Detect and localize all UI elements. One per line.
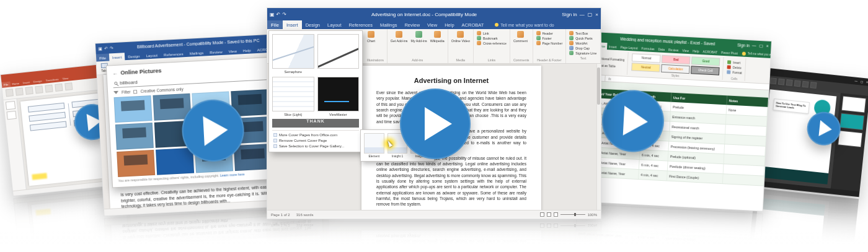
- web-layout-icon[interactable]: [554, 212, 558, 217]
- back-arrow-icon[interactable]: ←: [112, 70, 117, 76]
- ribbon-tab[interactable]: File: [267, 20, 283, 29]
- building-block-thumbnail[interactable]: Element: [364, 133, 384, 158]
- slide-thumbnail[interactable]: [838, 130, 862, 147]
- ribbon-tab[interactable]: Insert: [109, 53, 125, 61]
- scrollbar-thumb[interactable]: [597, 67, 600, 105]
- learn-more-link[interactable]: Learn more here: [220, 172, 245, 177]
- ribbon-tab[interactable]: View: [680, 46, 691, 54]
- ribbon-tab[interactable]: References: [345, 20, 376, 29]
- ribbon-button-icon[interactable]: [55, 84, 63, 92]
- ribbon-button-icon[interactable]: [35, 85, 43, 93]
- sign-in-button[interactable]: Sign in: [737, 43, 750, 48]
- redo-icon[interactable]: ↷: [282, 12, 286, 17]
- cell-style-chip[interactable]: Calculation: [661, 64, 690, 74]
- ribbon-tab[interactable]: Help: [691, 47, 701, 54]
- ribbon-tab[interactable]: Data: [656, 45, 666, 53]
- close-button[interactable]: ×: [595, 12, 598, 17]
- print-layout-icon[interactable]: [547, 212, 551, 217]
- ribbon-tab[interactable]: Insert: [283, 20, 302, 29]
- ribbon-button-icon[interactable]: [786, 79, 793, 86]
- ribbon-button-icon[interactable]: [45, 85, 53, 93]
- play-button[interactable]: [400, 89, 471, 159]
- ribbon-tab[interactable]: Insert: [607, 43, 619, 50]
- ribbon-tab[interactable]: View: [60, 75, 70, 82]
- ribbon-tab[interactable]: Review: [666, 46, 681, 53]
- creative-commons-checkbox[interactable]: [133, 90, 137, 93]
- ribbon-tab[interactable]: Layout: [324, 20, 345, 29]
- ribbon-button-icon[interactable]: [770, 77, 777, 84]
- ribbon-button[interactable]: Signature Line: [569, 51, 596, 55]
- ribbon-tab[interactable]: Review: [206, 48, 226, 56]
- ribbon-button[interactable]: Link: [477, 31, 489, 35]
- page-indicator[interactable]: Page 1 of 2: [271, 213, 290, 217]
- ribbon-button[interactable]: Text Box: [569, 31, 588, 35]
- save-icon[interactable]: ▣: [98, 46, 102, 51]
- ribbon-button-icon[interactable]: [6, 89, 14, 97]
- ribbon-tab[interactable]: View: [423, 20, 441, 29]
- ribbon-button[interactable]: Format: [727, 70, 742, 74]
- ribbon-tab[interactable]: References: [161, 50, 187, 58]
- ribbon-button[interactable]: Drop Cap: [569, 46, 590, 50]
- tell-me-box[interactable]: Tell me what you want to do: [742, 50, 771, 58]
- ribbon-tab[interactable]: File: [96, 54, 109, 62]
- ribbon-button[interactable]: WordArt: [569, 41, 587, 45]
- ribbon-button[interactable]: Comment: [513, 31, 528, 43]
- ribbon-button-icon[interactable]: [794, 80, 801, 87]
- ribbon-tab[interactable]: File: [2, 82, 11, 88]
- cell-style-chip[interactable]: Neutral: [631, 63, 660, 72]
- undo-icon[interactable]: ↶: [104, 46, 108, 51]
- minimize-button[interactable]: —: [752, 43, 756, 48]
- ribbon-tab[interactable]: Design: [302, 20, 324, 29]
- ribbon-tab[interactable]: View: [225, 46, 240, 54]
- ribbon-button[interactable]: Online Video: [451, 31, 470, 43]
- ribbon-tab[interactable]: Insert: [21, 79, 32, 86]
- ribbon-tab[interactable]: Page Layout: [618, 43, 640, 51]
- zoom-slider[interactable]: [560, 214, 585, 215]
- maximize-button[interactable]: ▢: [588, 12, 593, 17]
- ribbon-button[interactable]: Delete: [727, 65, 742, 69]
- slide-thumbnail[interactable]: [841, 96, 866, 113]
- slide-thumbnail[interactable]: [7, 111, 17, 119]
- minimize-button[interactable]: —: [854, 80, 857, 83]
- ribbon-tab[interactable]: Mailings: [186, 48, 206, 57]
- billboard-image-thumbnail[interactable]: [117, 150, 155, 177]
- maximize-button[interactable]: ▢: [759, 43, 763, 48]
- save-icon[interactable]: ▣: [270, 12, 275, 17]
- ribbon-tab[interactable]: ACROBAT: [458, 20, 488, 29]
- ribbon-button-icon[interactable]: [802, 81, 809, 88]
- ribbon-button-icon[interactable]: [778, 79, 785, 85]
- cell-style-chip[interactable]: Bad: [662, 55, 691, 64]
- ribbon-button[interactable]: Page Number: [536, 41, 563, 45]
- word-count[interactable]: 316 words: [296, 213, 314, 217]
- minimize-button[interactable]: —: [580, 12, 585, 17]
- cell-style-chip[interactable]: Check Cell: [691, 66, 720, 75]
- ribbon-button[interactable]: Insert: [727, 60, 742, 64]
- ribbon-tab[interactable]: ACROBAT: [701, 48, 719, 56]
- slide-thumbnail[interactable]: [6, 101, 16, 110]
- maximize-button[interactable]: ▢: [861, 80, 864, 84]
- billboard-image-thumbnail[interactable]: [114, 95, 153, 123]
- cell-style-chip[interactable]: Normal: [632, 53, 661, 63]
- zoom-level[interactable]: 100%: [588, 213, 597, 217]
- ribbon-button-icon[interactable]: [25, 87, 33, 95]
- cover-page-thumbnail[interactable]: Slice (Light): [272, 77, 314, 116]
- cover-page-thumbnail[interactable]: ViewMaster: [317, 77, 360, 116]
- vertical-scrollbar[interactable]: [596, 64, 601, 210]
- ribbon-button[interactable]: Wikipedia: [430, 31, 445, 43]
- ribbon-button[interactable]: Chart: [367, 31, 375, 43]
- read-mode-icon[interactable]: [540, 212, 544, 217]
- ribbon-tab[interactable]: Power Pivot: [719, 49, 740, 57]
- cell-style-chip[interactable]: Good: [691, 56, 720, 66]
- close-button[interactable]: ×: [766, 44, 769, 49]
- ribbon-button-icon[interactable]: [16, 88, 24, 96]
- sign-in-button[interactable]: Sign in: [562, 12, 577, 17]
- tell-me-box[interactable]: Tell me what you want to do: [495, 20, 554, 29]
- ribbon-tab[interactable]: Help: [240, 46, 254, 54]
- ribbon-button[interactable]: Footer: [536, 36, 552, 40]
- filter-button[interactable]: Filter: [122, 90, 131, 95]
- ribbon-button[interactable]: My Add-ins: [410, 31, 427, 43]
- ribbon-tab[interactable]: Review: [401, 20, 423, 29]
- ribbon-tab[interactable]: Design: [125, 52, 143, 61]
- ribbon-button-icon[interactable]: [810, 82, 817, 89]
- billboard-image-thumbnail[interactable]: [156, 148, 194, 175]
